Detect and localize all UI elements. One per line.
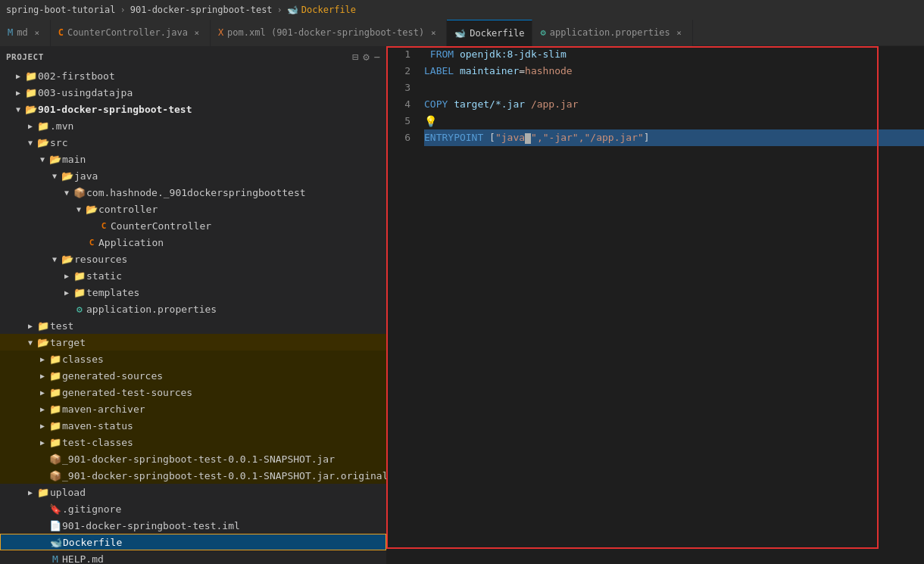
tree-item-static[interactable]: ▶ 📁 static	[0, 267, 386, 284]
main-layout: Project ⊟ ⚙ − ▶ 📁 002-firstboot ▶ 📁 003-…	[0, 46, 924, 564]
minimize-icon[interactable]: −	[374, 51, 380, 63]
tree-item-classes[interactable]: ▶ 📁 classes	[0, 351, 386, 367]
tree-item-src[interactable]: ▼ 📂 src	[0, 134, 386, 151]
tree-item-gentestsrc[interactable]: ▶ 📁 generated-test-sources	[0, 384, 386, 400]
tab-pom[interactable]: X pom.xml (901-docker-springboot-test) ×	[211, 20, 447, 46]
tree-item-mavenarchiver[interactable]: ▶ 📁 maven-archiver	[0, 400, 386, 417]
tree-item-templates[interactable]: ▶ 📁 templates	[0, 284, 386, 301]
folder-icon-src: 📂	[36, 137, 50, 148]
label-classes: classes	[62, 354, 386, 365]
tree-item-gitignore[interactable]: ▶ 🔖 .gitignore	[0, 500, 386, 517]
tree-item-901[interactable]: ▼ 📂 901-docker-springboot-test	[0, 101, 386, 117]
tab-dockerfile[interactable]: 🐋 Dockerfile	[447, 20, 532, 46]
tree-item-003[interactable]: ▶ 📁 003-usingdatajpa	[0, 84, 386, 101]
label-main: main	[62, 154, 386, 165]
arrow-resources: ▼	[48, 255, 61, 263]
gitignore-icon: 🔖	[48, 503, 62, 515]
line-num-5: 5	[386, 113, 410, 129]
line1-rest: openjdk:8-jdk-slim	[454, 46, 567, 63]
arrow-package: ▼	[61, 189, 73, 197]
label-testclasses: test-classes	[62, 437, 386, 448]
folder-icon-main: 📂	[48, 154, 62, 165]
tree-item-jar2[interactable]: ▶ 📦 _901-docker-springboot-test-0.0.1-SN…	[0, 467, 386, 484]
tree-item-test[interactable]: ▶ 📁 test	[0, 317, 386, 334]
line-num-2: 2	[386, 63, 410, 79]
code-line-5: 💡	[424, 113, 924, 129]
label-target: target	[50, 337, 386, 348]
sidebar: Project ⊟ ⚙ − ▶ 📁 002-firstboot ▶ 📁 003-…	[0, 46, 386, 564]
tree-item-jar1[interactable]: ▶ 📦 _901-docker-springboot-test-0.0.1-SN…	[0, 450, 386, 467]
tree-item-helpmd[interactable]: ▶ M HELP.md	[0, 550, 386, 564]
tab-appprops-label: application.properties	[550, 27, 670, 38]
breadcrumb-item-1[interactable]: spring-boot-tutorial	[6, 5, 116, 15]
label-mvn: .mvn	[50, 120, 386, 132]
tree-item-resources[interactable]: ▼ 📂 resources	[0, 251, 386, 267]
tree-item-appprops[interactable]: ▶ ⚙ application.properties	[0, 301, 386, 317]
label-003: 003-usingdatajpa	[38, 87, 386, 98]
tree-item-iml[interactable]: ▶ 📄 901-docker-springboot-test.iml	[0, 517, 386, 534]
iml-icon: 📄	[48, 520, 62, 531]
breadcrumb-sep-2: ›	[277, 5, 283, 15]
collapse-all-icon[interactable]: ⊟	[352, 51, 358, 63]
arrow-main: ▼	[36, 155, 48, 164]
tab-md-close[interactable]: ×	[32, 27, 42, 38]
breadcrumb-docker-icon: 🐋	[287, 5, 298, 15]
arrow-templates: ▶	[61, 288, 73, 297]
tree-item-target[interactable]: ▼ 📂 target	[0, 334, 386, 351]
line-num-4: 4	[386, 96, 410, 113]
label-src: src	[50, 137, 386, 148]
tab-counter-close[interactable]: ×	[192, 27, 202, 38]
code-line-6: ENTRYPOINT ["java","-jar","/app.jar"]	[424, 129, 924, 146]
label-countercont: CounterController	[111, 220, 386, 232]
keyword-entrypoint: ENTRYPOINT	[424, 129, 483, 146]
label-002-firstboot: 002-firstboot	[38, 70, 386, 82]
tree-item-controller[interactable]: ▼ 📂 controller	[0, 201, 386, 217]
label-901: 901-docker-springboot-test	[38, 104, 386, 115]
folder-icon-gentestsrc: 📁	[48, 387, 62, 398]
tree-item-002-firstboot[interactable]: ▶ 📁 002-firstboot	[0, 67, 386, 84]
tab-counter[interactable]: C CounterController.java ×	[51, 20, 211, 46]
tree-item-gensrc[interactable]: ▶ 📁 generated-sources	[0, 367, 386, 384]
tree-item-countercont[interactable]: ▶ C CounterController	[0, 217, 386, 234]
arrow-gensrc: ▶	[36, 372, 48, 380]
java-icon-counter: C	[58, 27, 64, 38]
folder-icon-controller: 📂	[85, 204, 98, 215]
label-upload: upload	[50, 487, 386, 498]
arrow-mvn: ▶	[24, 122, 36, 130]
tree-item-upload[interactable]: ▶ 📁 upload	[0, 484, 386, 500]
label-gitignore: .gitignore	[62, 503, 386, 515]
tab-pom-close[interactable]: ×	[428, 27, 439, 38]
label-jar1: _901-docker-springboot-test-0.0.1-SNAPSH…	[62, 453, 386, 465]
tree-item-mvn[interactable]: ▶ 📁 .mvn	[0, 117, 386, 134]
label-test: test	[50, 320, 386, 332]
folder-icon-classes: 📁	[48, 354, 62, 365]
tree-item-application[interactable]: ▶ C Application	[0, 234, 386, 251]
folder-icon-testclasses: 📁	[48, 437, 62, 448]
tab-appprops-close[interactable]: ×	[674, 27, 685, 38]
tab-appprops[interactable]: ⚙ application.properties ×	[532, 20, 692, 46]
bulb-icon[interactable]: 💡	[424, 113, 437, 129]
code-line-2: LABEL maintainer=hashnode	[424, 63, 924, 79]
label-controller: controller	[98, 204, 386, 215]
label-jar2: _901-docker-springboot-test-0.0.1-SNAPSH…	[62, 470, 386, 481]
tree-item-main[interactable]: ▼ 📂 main	[0, 151, 386, 167]
arrow-static: ▶	[61, 272, 73, 280]
sidebar-title: Project	[6, 52, 44, 62]
tab-pom-label: pom.xml (901-docker-springboot-test)	[227, 27, 424, 38]
tree-item-java[interactable]: ▼ 📂 java	[0, 167, 386, 184]
tab-md[interactable]: M md ×	[0, 20, 51, 46]
tree-item-package[interactable]: ▼ 📦 com.hashnode._901dockerspringboottes…	[0, 184, 386, 201]
label-package: com.hashnode._901dockerspringboottest	[86, 187, 386, 198]
settings-icon[interactable]: ⚙	[363, 51, 369, 63]
breadcrumb-item-2[interactable]: 901-docker-springboot-test	[130, 5, 273, 15]
tab-md-label: md	[17, 27, 27, 38]
arrow-controller: ▼	[73, 205, 85, 213]
tree-item-testclasses[interactable]: ▶ 📁 test-classes	[0, 434, 386, 450]
label-mavenstatus: maven-status	[62, 420, 386, 432]
line6-rest: ["java","-jar","/app.jar"]	[483, 129, 649, 146]
tree-item-mavenstatus[interactable]: ▶ 📁 maven-status	[0, 417, 386, 434]
tree-item-dockerfile[interactable]: ▶ 🐋 Dockerfile	[0, 534, 386, 550]
tab-bar: M md × C CounterController.java × X pom.…	[0, 20, 924, 46]
folder-icon-resources: 📂	[61, 254, 74, 265]
code-area[interactable]: ▶ FROM openjdk:8-jdk-slim LABEL maintain…	[417, 46, 924, 564]
